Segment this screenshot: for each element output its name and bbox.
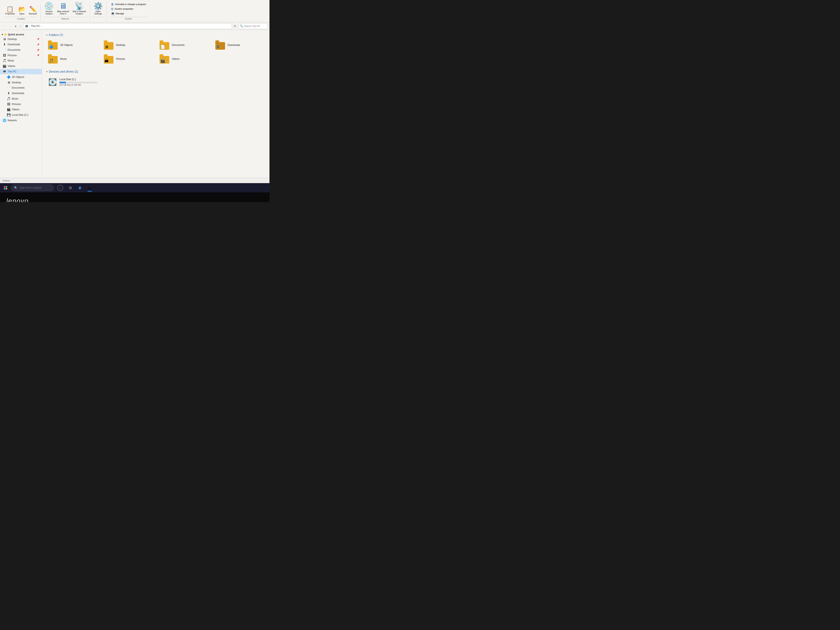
add-network-button[interactable]: 📡 Add a networklocation xyxy=(71,2,87,16)
recent-locations-button[interactable]: ∨ xyxy=(13,24,18,28)
taskbar: 🔍 ○ ⧉ e 🗂 xyxy=(0,183,270,193)
settings-group-label xyxy=(92,17,104,20)
ribbon-group-system: 🗑 Uninstall or change a program ⊞ System… xyxy=(107,1,150,21)
folder-documents[interactable]: 📄 Documents xyxy=(158,39,210,51)
folder-pictures[interactable]: 🏔 Pictures xyxy=(102,54,154,65)
search-input[interactable] xyxy=(244,25,266,27)
quick-access-header[interactable]: ▾ ⭐ Quick access xyxy=(0,32,42,36)
properties-label: Properties xyxy=(5,13,15,15)
quick-access-star: ⭐ xyxy=(4,33,7,36)
downloads-pin-icon: 📌 xyxy=(37,43,39,46)
sidebar-item-desktop[interactable]: 🖥 Desktop 📌 xyxy=(0,36,42,42)
drive-c-icon: 💽 xyxy=(49,78,57,86)
folder-desktop[interactable]: 🖥 Desktop xyxy=(102,39,154,51)
sidebar-item-3d-objects[interactable]: 🔷 3D Objects xyxy=(0,74,42,80)
sidebar-item-network[interactable]: 🌐 Network xyxy=(0,118,42,123)
folders-grid: 🔷 3D Objects 🖥 Desktop 📄 xyxy=(46,39,265,65)
folder-videos[interactable]: 🎬 Videos xyxy=(158,54,210,65)
sidebar-item-documents2[interactable]: 📄 Documents xyxy=(0,85,42,90)
drive-c-info: Local Disk (C:) 123 GB free of 148 GB xyxy=(59,78,120,86)
network-icon: 🌐 xyxy=(3,118,6,122)
folder-pictures-icon-wrap: 🏔 xyxy=(104,55,114,63)
up-button[interactable]: ↑ xyxy=(19,24,22,28)
folder-music[interactable]: 🎵 Music xyxy=(46,54,98,65)
map-network-label: Map networkdrive ▾ xyxy=(57,10,69,15)
back-button[interactable]: ← xyxy=(2,24,7,28)
folders-section-header[interactable]: ▾ Folders (7) xyxy=(46,33,265,36)
sidebar-pictures-label: Pictures xyxy=(8,54,17,57)
open-settings-button[interactable]: ⚙️ OpenSettings xyxy=(92,2,104,16)
access-media-button[interactable]: 💿 Accessmedia ▾ xyxy=(43,2,55,16)
desktop2-icon: 🖥 xyxy=(7,81,11,84)
taskbar-cortana[interactable]: ○ xyxy=(55,183,65,192)
folder-documents-overlay: 📄 xyxy=(160,45,165,49)
folder-music-label: Music xyxy=(60,57,67,61)
folder-music-overlay: 🎵 xyxy=(49,58,54,63)
drive-c[interactable]: 💽 Local Disk (C:) 123 GB free of 148 GB xyxy=(46,76,122,88)
edge-icon: e xyxy=(79,185,81,191)
taskbar-search[interactable]: 🔍 xyxy=(11,185,54,191)
uninstall-icon: 🗑 xyxy=(111,3,114,6)
address-bar: ← → ∨ ↑ 💻 › This PC › ↻ 🔍 xyxy=(0,22,270,30)
videos2-icon: 🎬 xyxy=(7,107,11,111)
system-props-label: System properties xyxy=(115,8,133,10)
forward-button[interactable]: → xyxy=(8,24,13,28)
taskbar-search-input[interactable] xyxy=(19,186,51,189)
access-media-label: Accessmedia ▾ xyxy=(45,10,53,15)
sidebar-item-videos[interactable]: 🎬 Videos xyxy=(0,63,42,69)
uninstall-item[interactable]: 🗑 Uninstall or change a program xyxy=(110,2,147,6)
sidebar-item-pictures2[interactable]: 🖼 Pictures xyxy=(0,101,42,107)
sidebar: ▾ ⭐ Quick access 🖥 Desktop 📌 ⬇ Downloads… xyxy=(0,30,42,178)
ribbon-settings-buttons: ⚙️ OpenSettings xyxy=(92,2,104,16)
map-network-icon: 🖥 xyxy=(59,2,67,10)
map-network-button[interactable]: 🖥 Map networkdrive ▾ xyxy=(56,2,70,16)
explorer-window: 📋 Properties 📂 Open ✏️ Rename Location 💿 xyxy=(0,0,270,183)
taskbar-file-explorer[interactable]: 🗂 xyxy=(85,183,94,192)
open-button[interactable]: 📂 Open xyxy=(17,6,27,16)
address-path[interactable]: 💻 › This PC › xyxy=(23,23,232,29)
manage-label: Manage xyxy=(116,12,124,15)
drives-section-header[interactable]: ▾ Devices and drives (1) xyxy=(46,70,265,73)
ribbon: 📋 Properties 📂 Open ✏️ Rename Location 💿 xyxy=(0,0,270,22)
taskbar-edge[interactable]: e xyxy=(75,183,85,192)
refresh-button[interactable]: ↻ xyxy=(233,24,237,28)
sidebar-item-local-disk[interactable]: 💾 Local Disk (C:) xyxy=(0,112,42,118)
manage-item[interactable]: 💻 Manage xyxy=(110,11,125,16)
taskbar-task-view[interactable]: ⧉ xyxy=(66,183,75,192)
sidebar-item-videos2[interactable]: 🎬 Videos xyxy=(0,107,42,112)
add-network-label: Add a networklocation xyxy=(73,10,86,15)
sidebar-item-downloads2[interactable]: ⬇ Downloads xyxy=(0,90,42,96)
taskbar-apps: ⧉ e 🗂 xyxy=(66,183,94,192)
rename-button[interactable]: ✏️ Rename xyxy=(28,6,38,16)
ribbon-location-buttons: 📋 Properties 📂 Open ✏️ Rename xyxy=(4,6,38,16)
content-area: ▾ ⭐ Quick access 🖥 Desktop 📌 ⬇ Downloads… xyxy=(0,30,270,178)
folder-music-icon-wrap: 🎵 xyxy=(48,55,58,63)
address-separator-1: › xyxy=(29,25,30,28)
music-icon: 🎵 xyxy=(3,59,6,63)
sidebar-documents-label: Documents xyxy=(8,48,21,51)
sidebar-item-desktop2[interactable]: 🖥 Desktop xyxy=(0,80,42,85)
downloads2-icon: ⬇ xyxy=(7,92,11,95)
sidebar-item-pictures[interactable]: 🖼 Pictures 📌 xyxy=(0,53,42,58)
system-items: 🗑 Uninstall or change a program ⊞ System… xyxy=(109,2,148,16)
drives-label: Devices and drives (1) xyxy=(49,70,78,73)
sidebar-item-music2[interactable]: 🎵 Music xyxy=(0,96,42,101)
properties-button[interactable]: 📋 Properties xyxy=(4,6,16,16)
folder-documents-icon-wrap: 📄 xyxy=(159,41,170,50)
sidebar-item-music[interactable]: 🎵 Music xyxy=(0,58,42,63)
properties-icon: 📋 xyxy=(6,6,14,12)
settings-icon: ⚙️ xyxy=(93,2,103,10)
music2-icon: 🎵 xyxy=(7,97,11,101)
folder-downloads[interactable]: ⬇ Downloads xyxy=(214,39,265,51)
location-group-label: Location xyxy=(4,17,38,20)
folder-3d-objects[interactable]: 🔷 3D Objects xyxy=(46,39,98,51)
sidebar-item-documents[interactable]: 📄 Documents 📌 xyxy=(0,47,42,53)
sidebar-item-downloads[interactable]: ⬇ Downloads 📌 xyxy=(0,42,42,47)
quick-access-label: Quick access xyxy=(8,33,24,36)
search-box[interactable]: 🔍 xyxy=(238,23,268,29)
sidebar-item-this-pc[interactable]: 💻 This PC xyxy=(0,69,42,74)
system-props-item[interactable]: ⊞ System properties xyxy=(110,7,134,11)
local-disk-icon: 💾 xyxy=(7,113,11,117)
start-button[interactable] xyxy=(2,184,9,191)
ribbon-network-buttons: 💿 Accessmedia ▾ 🖥 Map networkdrive ▾ 📡 A… xyxy=(43,2,87,16)
